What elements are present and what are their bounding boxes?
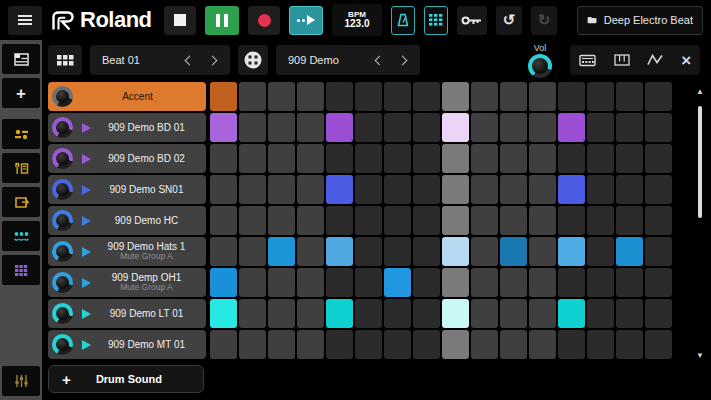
step-cell[interactable] <box>413 175 440 204</box>
step-cell[interactable] <box>587 175 614 204</box>
step-cell[interactable] <box>355 144 382 173</box>
step-cell[interactable] <box>558 299 585 328</box>
step-cell[interactable] <box>442 299 469 328</box>
step-cell[interactable] <box>355 330 382 359</box>
step-cell[interactable] <box>616 175 643 204</box>
step-cell[interactable] <box>239 82 266 111</box>
step-cell[interactable] <box>326 330 353 359</box>
add-drum-sound-button[interactable]: + Drum Sound <box>48 365 204 393</box>
step-cell[interactable] <box>529 144 556 173</box>
step-cell[interactable] <box>268 299 295 328</box>
step-cell[interactable] <box>471 268 498 297</box>
step-cell[interactable] <box>616 82 643 111</box>
step-cell[interactable] <box>500 144 527 173</box>
step-cell[interactable] <box>500 206 527 235</box>
play-icon[interactable] <box>82 185 91 195</box>
step-cell[interactable] <box>384 268 411 297</box>
step-cell[interactable] <box>645 206 672 235</box>
track-volume-knob[interactable] <box>52 241 73 262</box>
step-cell[interactable] <box>529 330 556 359</box>
step-cell[interactable] <box>239 144 266 173</box>
key-lock-button[interactable] <box>457 6 487 35</box>
step-cell[interactable] <box>239 113 266 142</box>
step-cell[interactable] <box>616 299 643 328</box>
sidebar-item-pads[interactable] <box>2 221 40 251</box>
step-cell[interactable] <box>326 82 353 111</box>
step-cell[interactable] <box>442 330 469 359</box>
follow-playhead-button[interactable] <box>289 6 323 35</box>
step-cell[interactable] <box>210 330 237 359</box>
stop-button[interactable] <box>164 6 196 35</box>
step-cell[interactable] <box>558 268 585 297</box>
step-cell[interactable] <box>471 175 498 204</box>
track-header[interactable]: 909 Demo Hats 1Mute Group A <box>48 237 206 266</box>
step-cell[interactable] <box>471 113 498 142</box>
undo-button[interactable]: ↺ <box>496 6 522 35</box>
menu-button[interactable] <box>8 6 42 35</box>
step-cell[interactable] <box>413 330 440 359</box>
track-header[interactable]: 909 Demo MT 01 <box>48 330 206 359</box>
step-cell[interactable] <box>529 113 556 142</box>
sidebar-item-pattern-grid[interactable] <box>2 255 40 285</box>
step-cell[interactable] <box>558 144 585 173</box>
count-in-button[interactable] <box>424 6 448 35</box>
step-cell[interactable] <box>384 330 411 359</box>
play-icon[interactable] <box>82 309 91 319</box>
step-cell[interactable] <box>500 299 527 328</box>
step-cell[interactable] <box>616 113 643 142</box>
step-cell[interactable] <box>471 206 498 235</box>
track-header[interactable]: 909 Demo BD 01 <box>48 113 206 142</box>
step-cell[interactable] <box>384 113 411 142</box>
step-cell[interactable] <box>384 237 411 266</box>
sidebar-item-browser[interactable] <box>2 44 40 74</box>
step-cell[interactable] <box>355 82 382 111</box>
step-cell[interactable] <box>471 299 498 328</box>
step-cell[interactable] <box>355 299 382 328</box>
step-cell[interactable] <box>355 237 382 266</box>
step-cell[interactable] <box>413 113 440 142</box>
bpm-button[interactable]: BPM 123.0 <box>332 4 382 36</box>
step-cell[interactable] <box>210 175 237 204</box>
track-header[interactable]: 909 Demo BD 02 <box>48 144 206 173</box>
automation-icon[interactable] <box>647 54 663 66</box>
step-cell[interactable] <box>210 113 237 142</box>
step-cell[interactable] <box>558 113 585 142</box>
step-cell[interactable] <box>326 237 353 266</box>
step-cell[interactable] <box>500 82 527 111</box>
step-cell[interactable] <box>326 175 353 204</box>
step-cell[interactable] <box>587 113 614 142</box>
track-volume-knob[interactable] <box>52 86 73 107</box>
step-cell[interactable] <box>616 206 643 235</box>
step-cell[interactable] <box>529 237 556 266</box>
step-cell[interactable] <box>442 144 469 173</box>
step-cell[interactable] <box>297 299 324 328</box>
kit-next-icon[interactable] <box>398 55 408 65</box>
play-icon[interactable] <box>82 154 91 164</box>
step-cell[interactable] <box>239 330 266 359</box>
step-cell[interactable] <box>239 237 266 266</box>
track-volume-knob[interactable] <box>52 334 73 355</box>
step-cell[interactable] <box>558 82 585 111</box>
track-header[interactable]: 909 Demp OH1Mute Group A <box>48 268 206 297</box>
pattern-prev-icon[interactable] <box>185 55 195 65</box>
step-cell[interactable] <box>268 82 295 111</box>
volume-knob[interactable] <box>528 54 552 78</box>
metronome-button[interactable] <box>391 6 415 35</box>
sidebar-item-drum-kit[interactable] <box>2 153 40 183</box>
step-cell[interactable] <box>355 206 382 235</box>
step-cell[interactable] <box>239 268 266 297</box>
step-cell[interactable] <box>413 144 440 173</box>
track-volume-knob[interactable] <box>52 117 73 138</box>
step-cell[interactable] <box>413 299 440 328</box>
step-cell[interactable] <box>471 144 498 173</box>
step-cell[interactable] <box>268 330 295 359</box>
step-cell[interactable] <box>500 237 527 266</box>
step-cell[interactable] <box>268 206 295 235</box>
step-cell[interactable] <box>471 82 498 111</box>
step-cell[interactable] <box>384 206 411 235</box>
step-cell[interactable] <box>210 206 237 235</box>
step-cell[interactable] <box>239 175 266 204</box>
step-cell[interactable] <box>442 206 469 235</box>
step-cell[interactable] <box>645 330 672 359</box>
track-header[interactable]: 909 Demo HC <box>48 206 206 235</box>
